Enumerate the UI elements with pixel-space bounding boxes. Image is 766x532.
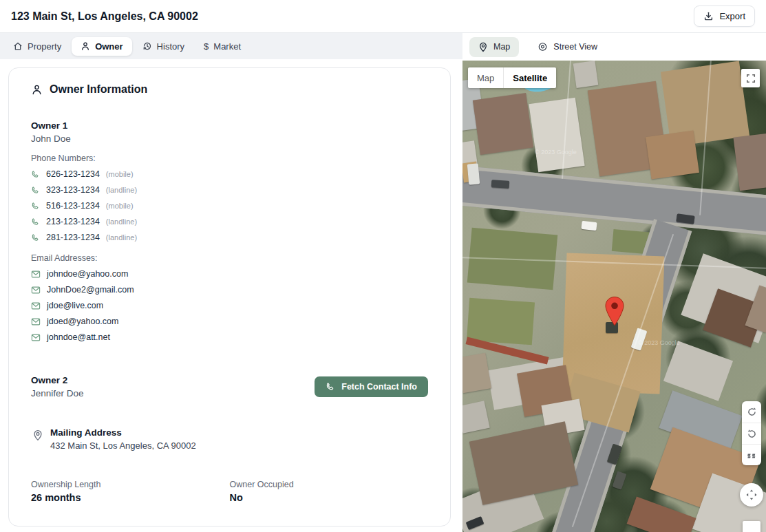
phone-number: 323-123-1234 (46, 185, 100, 195)
phone-number: 626-123-1234 (46, 169, 100, 179)
mailing-address-label: Mailing Address (50, 427, 196, 438)
map-watermark: © 2023 Google (638, 339, 680, 346)
owner-information-card: Owner Information Owner 1 John Doe Phone… (8, 67, 451, 526)
owner-2-block: Owner 2 Jennifer Doe Fetch Contact Info (31, 375, 428, 398)
owner-1-name: John Doe (31, 134, 428, 144)
email-addresses-label: Email Addresses: (31, 253, 428, 263)
pan-arrows-icon (745, 488, 758, 502)
pan-control-button[interactable] (740, 483, 763, 507)
email-icon (31, 317, 41, 326)
tab-market-label: Market (213, 41, 241, 52)
mailing-address-value: 432 Main St, Los Angeles, CA 90002 (50, 440, 196, 451)
tilt-buildings-icon (747, 450, 757, 460)
email-row: johndoe@att.net (31, 332, 428, 342)
rotate-counterclockwise-button[interactable] (742, 423, 761, 444)
phone-icon (326, 382, 335, 392)
rotate-clockwise-button[interactable] (742, 401, 761, 423)
home-icon (13, 41, 23, 51)
tab-bar: Property Owner History $ (0, 33, 462, 59)
ownership-length-value: 26 months (31, 492, 230, 503)
map-type-map-button[interactable]: Map (468, 67, 503, 88)
toggle-map-label: Map (493, 42, 510, 52)
phone-type: (landline) (106, 217, 137, 226)
map-marker[interactable] (604, 296, 625, 330)
email-address: jdoed@yahoo.com (47, 317, 118, 326)
owner-2-name: Jennifer Doe (31, 388, 84, 398)
rotate-clockwise-icon (747, 407, 757, 417)
email-icon (31, 270, 41, 279)
email-icon (31, 333, 41, 342)
owner-2-title: Owner 2 (31, 375, 84, 385)
email-row: johndoe@yahoo.com (31, 269, 428, 279)
email-address: jdoe@live.com (47, 301, 103, 310)
phone-number: 516-123-1234 (46, 201, 100, 211)
phone-row: 516-123-1234 (mobile) (31, 201, 428, 211)
tab-owner[interactable]: Owner (72, 37, 131, 56)
email-icon (31, 286, 41, 295)
owner-information-title: Owner Information (50, 83, 147, 96)
email-row: JohnDoe2@gmail.com (31, 285, 428, 295)
rotate-control (742, 401, 761, 465)
page-header: 123 Main St, Los Angeles, CA 90002 Expor… (0, 0, 766, 33)
email-row: jdoed@yahoo.com (31, 317, 428, 326)
owner-stats: Ownership Length 26 months Owner Occupie… (31, 480, 428, 503)
fetch-contact-info-button[interactable]: Fetch Contact Info (315, 376, 428, 397)
mailing-address-block: Mailing Address 432 Main St, Los Angeles… (31, 427, 428, 451)
tab-history[interactable]: History (134, 37, 193, 56)
email-address: JohnDoe2@gmail.com (47, 285, 134, 295)
tab-history-label: History (157, 41, 184, 52)
phone-type: (mobile) (106, 170, 134, 178)
ownership-length-label: Ownership Length (31, 480, 230, 489)
fullscreen-button[interactable] (741, 69, 760, 87)
owner-1-title: Owner 1 (31, 120, 428, 131)
page-title: 123 Main St, Los Angeles, CA 90002 (11, 10, 198, 23)
map-type-control: Map Satellite (468, 67, 556, 88)
map-pin-icon (478, 42, 488, 52)
toggle-street-view-label: Street View (553, 42, 597, 52)
phone-icon (31, 186, 40, 195)
email-icon (31, 301, 41, 310)
owner-1-block: Owner 1 John Doe (31, 120, 428, 144)
phone-icon (31, 170, 40, 179)
eye-icon (538, 42, 548, 52)
phone-row: 626-123-1234 (mobile) (31, 169, 428, 179)
satellite-map[interactable]: © 2023 Google © 2023 Google Map Satellit… (462, 61, 766, 532)
download-icon (703, 11, 714, 21)
phone-numbers-label: Phone Numbers: (31, 153, 428, 163)
person-icon (81, 41, 90, 51)
phone-row: 281-123-1234 (landline) (31, 233, 428, 242)
tilt-button[interactable] (742, 444, 761, 465)
map-panel: Map Street View (462, 33, 766, 532)
phone-icon (31, 202, 40, 211)
toggle-map-view[interactable]: Map (469, 37, 519, 57)
phone-row: 213-123-1234 (landline) (31, 217, 428, 226)
tab-property-label: Property (28, 41, 61, 52)
owner-occupied-stat: Owner Occupied No (230, 480, 429, 503)
phone-icon (31, 217, 40, 226)
phone-type: (landline) (106, 186, 137, 194)
map-type-satellite-label: Satellite (513, 73, 547, 83)
person-icon (31, 84, 43, 96)
owner-occupied-label: Owner Occupied (230, 480, 429, 489)
map-type-satellite-button[interactable]: Satellite (503, 67, 556, 88)
fetch-contact-info-label: Fetch Contact Info (341, 382, 417, 392)
phone-type: (landline) (106, 233, 137, 242)
phone-number: 281-123-1234 (46, 233, 100, 242)
email-row: jdoe@live.com (31, 301, 428, 310)
export-button-label: Export (719, 11, 745, 21)
rotate-counterclockwise-icon (747, 429, 757, 439)
owner-occupied-value: No (230, 492, 429, 503)
location-pin-icon (32, 429, 43, 451)
tab-property[interactable]: Property (4, 37, 70, 56)
phone-number: 213-123-1234 (46, 217, 100, 226)
export-button[interactable]: Export (694, 6, 755, 27)
owner-information-heading: Owner Information (31, 83, 428, 96)
tab-market[interactable]: $ Market (195, 37, 250, 56)
phone-icon (31, 233, 40, 242)
map-control-partial[interactable] (743, 521, 760, 532)
map-type-map-label: Map (477, 73, 494, 83)
map-view-toggle: Map Street View (462, 33, 766, 61)
toggle-street-view[interactable]: Street View (529, 37, 606, 56)
email-address: johndoe@yahoo.com (47, 269, 128, 279)
phone-type: (mobile) (106, 202, 134, 210)
